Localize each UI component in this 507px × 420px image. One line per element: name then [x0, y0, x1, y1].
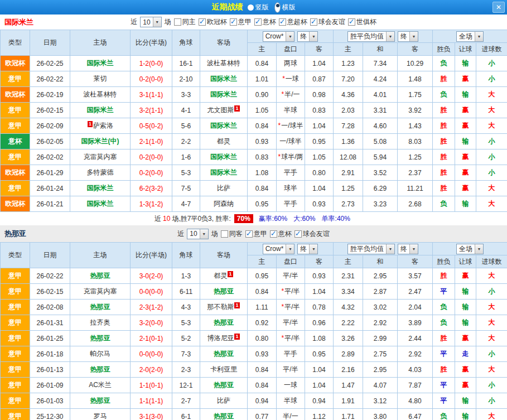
handicap-cell: 平/半 — [277, 362, 305, 378]
avg-time-select[interactable]: 终▼ — [398, 244, 418, 254]
checkbox-checked-icon[interactable] — [279, 18, 286, 26]
team-name: 克雷莫内塞 — [84, 287, 117, 295]
avg-draw-cell: 3.80 — [363, 409, 398, 420]
radio-selected-icon[interactable] — [274, 2, 281, 13]
goals-result-cell: 小 — [476, 134, 507, 149]
dialog-title: 近期战绩 — [212, 2, 243, 12]
handicap-text: 平/半 — [284, 334, 300, 342]
odds-time-select[interactable]: 终▼ — [297, 244, 318, 254]
layout-radio-horizontal[interactable]: 横版 — [274, 2, 296, 13]
odds-time-select[interactable]: 终▼ — [297, 31, 318, 42]
handicap-text: 平/半 — [283, 318, 298, 326]
scope-select[interactable]: 全场▼ — [456, 244, 484, 254]
date-cell: 26-01-18 — [30, 346, 70, 362]
match-row: 意甲26-02-15国际米兰3-2(1-1)4-1尤文图斯11.05半球0.83… — [1, 103, 507, 118]
recent-count-select-value: 10 — [187, 229, 199, 239]
team-name: 都灵 — [214, 272, 227, 279]
team-name: 热那亚 — [214, 318, 234, 326]
checkbox-checked-icon[interactable] — [245, 230, 253, 238]
bookmaker-select[interactable]: Crow*▼ — [263, 244, 295, 254]
filter-checkbox-item[interactable]: 意杯 — [254, 17, 276, 27]
filter-checkbox-item[interactable]: 意甲 — [245, 229, 267, 239]
scope-select[interactable]: 全场▼ — [456, 31, 484, 42]
corner-cell: 6-11 — [172, 284, 200, 300]
asian-odds-selects: Crow*▼终▼ — [248, 244, 333, 254]
avg-odds-select-value: 胜平负均值 — [348, 32, 386, 41]
result-cell: 胜 — [433, 118, 455, 134]
avg-draw-cell: 3.23 — [363, 196, 398, 212]
checkbox-checked-icon[interactable] — [230, 18, 237, 26]
filter-checkbox-item[interactable]: 欧冠杯 — [199, 17, 227, 27]
checkbox-checked-icon[interactable] — [348, 18, 355, 26]
filter-checkbox-item[interactable]: 同主 — [174, 17, 196, 27]
summary-stat: 大:60% — [293, 214, 315, 224]
checkbox-checked-icon[interactable] — [310, 18, 317, 26]
bookmaker-select-value: Crow* — [263, 32, 286, 41]
recent-count-select[interactable]: 10▼ — [187, 229, 208, 239]
date-cell: 26-01-03 — [30, 393, 70, 409]
sub-header-goals: 进球数 — [476, 43, 507, 56]
avg-time-select[interactable]: 终▼ — [398, 31, 418, 42]
avg-home-cell: 12.08 — [334, 149, 363, 165]
filter-checkbox-item[interactable]: 球会友谊 — [294, 229, 330, 239]
avg-odds-select[interactable]: 胜平负均值▼ — [347, 31, 395, 42]
col-header-away: 客场 — [200, 30, 248, 56]
close-button[interactable]: ✕ — [492, 2, 505, 13]
checkbox-checked-icon[interactable] — [254, 18, 262, 26]
match-row: 意甲26-01-24国际米兰6-2(3-2)7-5比萨0.84球半1.041.2… — [1, 181, 507, 196]
result-cell: 胜 — [433, 362, 455, 378]
corner-cell: 5-3 — [172, 315, 200, 331]
odds-away-cell: 0.87 — [305, 71, 334, 87]
result-cell: 胜 — [433, 71, 455, 87]
goals-result-cell: 小 — [476, 346, 507, 362]
handicap-cell: 一球 — [277, 378, 305, 393]
filter-checkbox-item[interactable]: 意超杯 — [279, 17, 307, 27]
filter-checkbox-item[interactable]: 球会友谊 — [310, 17, 345, 27]
sub-header-odds-home: 主 — [248, 255, 277, 268]
away-team-cell: 热那亚 — [200, 284, 248, 300]
score-cell: 1-3(1-2) — [131, 196, 172, 212]
layout-radio-group: 竖版横版 — [248, 2, 296, 13]
corner-cell: 3-3 — [172, 87, 200, 103]
odds-home-cell: 0.84 — [248, 378, 277, 393]
handicap-cell: 平/半 — [277, 268, 305, 284]
league-cell: 欧冠杯 — [1, 87, 30, 103]
filter-checkbox-item[interactable]: 意甲 — [230, 17, 252, 27]
team-name: AC米兰 — [89, 381, 112, 389]
radio-icon[interactable] — [248, 4, 254, 11]
recent-count-select[interactable]: 10▼ — [140, 17, 161, 27]
filter-checkbox-item[interactable]: 意杯 — [270, 229, 292, 239]
away-team-cell: 那不勒斯1 — [200, 300, 248, 315]
odds-home-cell: 0.93 — [248, 346, 277, 362]
checkbox-checked-icon[interactable] — [270, 230, 277, 238]
away-team-cell: 热那亚 — [200, 346, 248, 362]
odds-away-cell: 0.93 — [305, 196, 334, 212]
avg-home-cell: 7.28 — [334, 118, 363, 134]
odds-home-cell: 0.94 — [248, 393, 277, 409]
odds-away-cell: 0.93 — [305, 268, 334, 284]
corner-cell: 1-3 — [172, 268, 200, 284]
home-team-cell: 拉齐奥 — [70, 315, 131, 331]
avg-odds-selects: 胜平负均值▼终▼ — [334, 244, 432, 254]
avg-home-cell: 1.23 — [334, 56, 363, 71]
team-name: 克雷莫内塞 — [84, 153, 117, 161]
corner-cell: 4-7 — [172, 196, 200, 212]
filter-checkbox-item[interactable]: 同客 — [221, 229, 243, 239]
avg-home-cell: 4.32 — [334, 300, 363, 315]
handicap-cell: 平/半 — [277, 315, 305, 331]
team-name: 国际米兰 — [210, 75, 237, 83]
checkbox-icon[interactable] — [221, 230, 228, 238]
corner-cell: 2-3 — [172, 362, 200, 378]
avg-odds-select[interactable]: 胜平负均值▼ — [347, 244, 395, 254]
away-team-cell: 国际米兰 — [200, 149, 248, 165]
filter-checkbox-item[interactable]: 世俱杯 — [348, 17, 376, 27]
bookmaker-select[interactable]: Crow*▼ — [263, 31, 295, 42]
layout-radio-vertical[interactable]: 竖版 — [248, 3, 269, 12]
corner-cell: 7-5 — [172, 181, 200, 196]
date-cell: 26-02-25 — [30, 56, 70, 71]
league-cell: 意甲 — [1, 378, 30, 393]
chevron-down-icon: ▼ — [286, 244, 294, 254]
checkbox-checked-icon[interactable] — [294, 230, 302, 238]
checkbox-checked-icon[interactable] — [199, 18, 206, 26]
checkbox-icon[interactable] — [174, 18, 181, 26]
